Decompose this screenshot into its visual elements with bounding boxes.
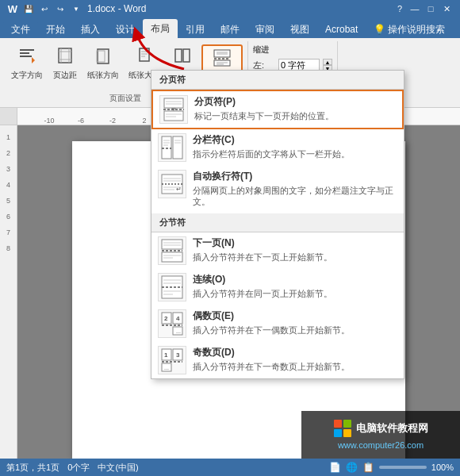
title-bar-left: W 💾 ↩ ↪ ▼ 1.docx - Word	[6, 2, 146, 15]
tab-design[interactable]: 设计	[108, 21, 143, 38]
margins-button[interactable]: 页边距	[49, 44, 81, 83]
lightbulb-icon: 💡	[374, 24, 385, 35]
text-direction-label: 文字方向	[11, 70, 43, 81]
svg-rect-15	[175, 49, 182, 62]
status-bar: 第1页，共1页 0个字 中文(中国) 📄 🌐 📋 100%	[0, 459, 460, 476]
tab-layout[interactable]: 布局	[143, 19, 178, 38]
word-count: 0个字	[67, 462, 90, 474]
status-left: 第1页，共1页 0个字 中文(中国)	[6, 462, 139, 474]
redo-icon[interactable]: ↪	[54, 2, 67, 15]
tab-search[interactable]: 💡 操作说明搜索	[366, 21, 453, 38]
svg-text:4: 4	[176, 315, 180, 322]
text-wrap-title: 自动换行符(T)	[193, 170, 397, 183]
paper-size-icon	[135, 46, 154, 68]
status-right: 📄 🌐 📋 100%	[329, 462, 454, 473]
page-break-text: 分页符(P) 标记一页结束与下一页开始的位置。	[194, 95, 334, 121]
text-direction-button[interactable]: 文字方向	[8, 44, 46, 83]
help-icon[interactable]: ?	[393, 2, 406, 15]
orientation-label: 纸张方向	[87, 70, 119, 81]
svg-rect-2	[20, 56, 32, 57]
view-icon-outline[interactable]: 📋	[362, 462, 374, 473]
tab-home[interactable]: 开始	[38, 21, 73, 38]
text-wrap-icon: ↵	[158, 170, 186, 198]
watermark-top: 电脑软件教程网	[334, 420, 428, 437]
orientation-button[interactable]: 纸张方向	[84, 44, 122, 83]
dropdown-text-wrap[interactable]: ↵ 自动换行符(T) 分隔网页上的对象周围的文字，如分栏题注文字与正文。	[151, 166, 404, 212]
undo-icon[interactable]: ↩	[38, 2, 51, 15]
next-page-title: 下一页(N)	[193, 236, 332, 250]
vr-mark-8: 8	[6, 244, 10, 260]
win-sq-yellow	[343, 429, 351, 437]
margins-label: 页边距	[53, 70, 77, 81]
tab-file[interactable]: 文件	[3, 21, 38, 38]
view-icon-print[interactable]: 📄	[329, 462, 341, 473]
tab-mail[interactable]: 邮件	[213, 21, 247, 38]
dropdown-page-break[interactable]: 分页符(P) 标记一页结束与下一页开始的位置。	[151, 90, 404, 129]
breaks-icon	[212, 48, 232, 71]
win-sq-blue	[334, 429, 342, 437]
dropdown-continuous[interactable]: 连续(O) 插入分节符并在同一页上开始新节。	[151, 269, 404, 305]
dropdown-section-break-header: 分节符	[151, 213, 404, 232]
columns-icon	[173, 46, 192, 68]
svg-rect-16	[183, 49, 190, 62]
save-icon[interactable]: 💾	[22, 2, 35, 15]
even-page-text: 偶数页(E) 插入分节符并在下一偶数页上开始新节。	[193, 309, 350, 336]
word-icon: W	[6, 2, 19, 15]
minimize-button[interactable]: —	[408, 2, 422, 15]
ruler-mark: |	[25, 117, 41, 125]
next-page-text: 下一页(N) 插入分节符并在下一页上开始新节。	[193, 236, 332, 263]
text-direction-icon	[17, 46, 36, 68]
page-break-desc: 标记一页结束与下一页开始的位置。	[194, 110, 334, 121]
watermark-url: www.computer26.com	[338, 440, 424, 450]
vertical-ruler-numbers: 1 2 3 4 5 6 7 8	[0, 125, 17, 260]
vr-mark-2: 2	[6, 149, 10, 165]
column-break-text: 分栏符(C) 指示分栏符后面的文字将从下一栏开始。	[193, 133, 350, 159]
svg-rect-33	[162, 136, 171, 159]
zoom-slider[interactable]	[379, 466, 427, 469]
language: 中文(中国)	[98, 462, 138, 474]
dropdown-odd-page[interactable]: 1 3 ... 奇数页(D) 插入分节符并在下一奇数页上开始新节。	[151, 342, 404, 378]
page-break-title: 分页符(P)	[194, 95, 334, 109]
svg-text:...: ...	[176, 328, 181, 334]
continuous-icon	[158, 273, 186, 301]
tab-insert[interactable]: 插入	[73, 21, 108, 38]
svg-rect-48	[162, 240, 182, 249]
svg-rect-11	[140, 48, 149, 61]
svg-text:↵: ↵	[176, 186, 182, 193]
svg-rect-50	[162, 252, 182, 262]
ruler-mark-n2: -2	[105, 117, 121, 125]
svg-rect-4	[59, 48, 71, 63]
close-button[interactable]: ✕	[439, 2, 454, 15]
restore-button[interactable]: □	[424, 2, 438, 15]
text-wrap-text: 自动换行符(T) 分隔网页上的对象周围的文字，如分栏题注文字与正文。	[193, 170, 397, 208]
windows-logo	[334, 420, 351, 437]
indent-left-up[interactable]: ▲	[323, 59, 332, 65]
odd-page-title: 奇数页(D)	[193, 346, 350, 359]
dropdown-arrow-icon[interactable]: ▼	[70, 2, 82, 15]
dropdown-column-break[interactable]: 分栏符(C) 指示分栏符后面的文字将从下一栏开始。	[151, 129, 404, 166]
dropdown-next-page[interactable]: 下一页(N) 插入分节符并在下一页上开始新节。	[151, 232, 404, 269]
tab-search-label: 操作说明搜索	[388, 23, 445, 36]
title-bar: W 💾 ↩ ↪ ▼ 1.docx - Word ? — □ ✕	[0, 0, 460, 17]
page-break-icon	[159, 95, 188, 124]
vertical-ruler: 1 2 3 4 5 6 7 8	[0, 125, 17, 459]
continuous-text: 连续(O) 插入分节符并在同一页上开始新节。	[193, 273, 332, 299]
margins-icon	[56, 46, 75, 68]
svg-marker-3	[32, 57, 35, 63]
even-page-desc: 插入分节符并在下一偶数页上开始新节。	[193, 324, 350, 336]
tab-acrobat[interactable]: Acrobat	[317, 21, 366, 38]
win-sq-green	[343, 420, 351, 428]
svg-rect-34	[173, 136, 182, 159]
title-bar-title: 1.docx - Word	[87, 3, 146, 14]
tab-references[interactable]: 引用	[178, 21, 213, 38]
column-break-title: 分栏符(C)	[193, 133, 350, 147]
orientation-icon	[94, 46, 113, 68]
continuous-desc: 插入分节符并在同一页上开始新节。	[193, 288, 332, 299]
zoom-level[interactable]: 100%	[431, 463, 454, 472]
view-icon-web[interactable]: 🌐	[346, 462, 358, 473]
dropdown-even-page[interactable]: 2 4 ... 偶数页(E) 插入分节符并在下一偶数页上开始新节。	[151, 305, 404, 342]
vr-mark-1: 1	[6, 133, 10, 149]
tab-view[interactable]: 视图	[282, 21, 317, 38]
watermark-text: 电脑软件教程网	[356, 421, 428, 436]
tab-review[interactable]: 审阅	[247, 21, 282, 38]
